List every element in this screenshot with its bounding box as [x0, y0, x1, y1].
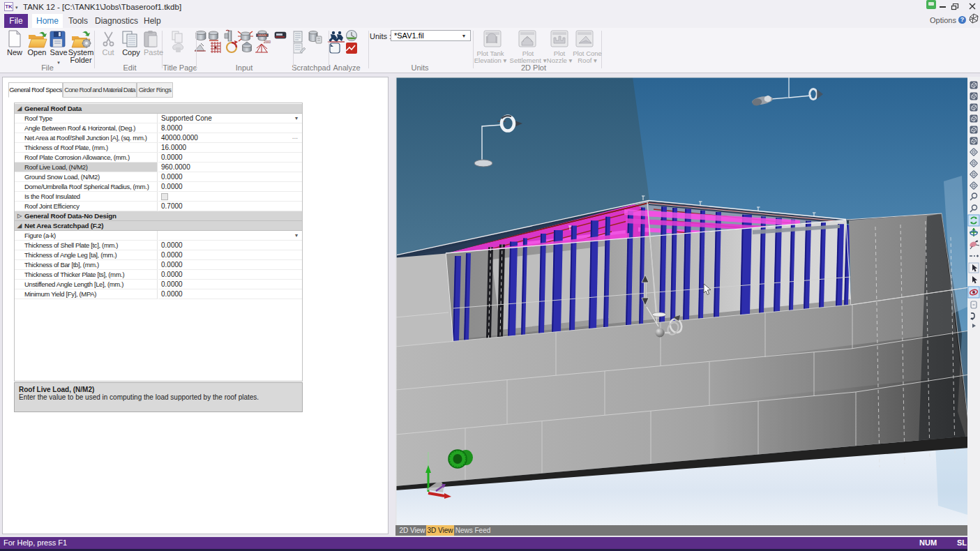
svg-text:2000: 2000	[264, 40, 271, 44]
svg-text:MMMM: MMMM	[258, 34, 266, 37]
